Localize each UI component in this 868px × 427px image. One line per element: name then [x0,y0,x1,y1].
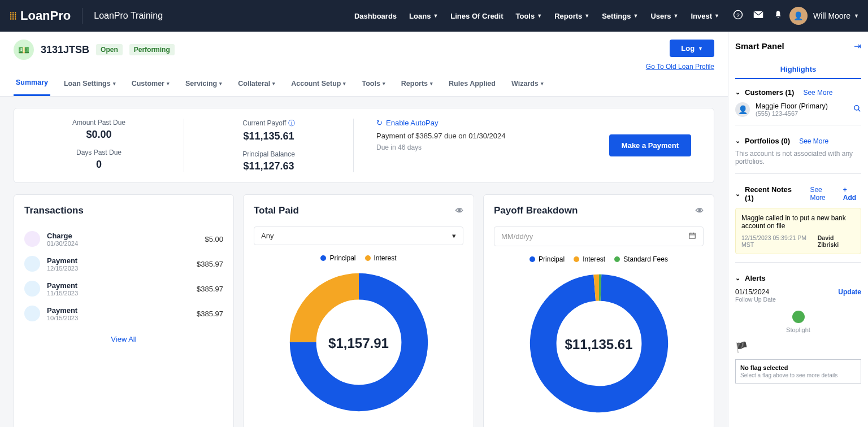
days-past-due-label: Days Past Due [37,149,161,156]
tab-servicing[interactable]: Servicing▾ [183,71,224,96]
make-payment-button[interactable]: Make a Payment [609,134,691,156]
tab-tools[interactable]: Tools▾ [359,71,387,96]
caret-down-icon: ▾ [383,81,385,86]
alert-sub: Follow Up Date [735,296,776,303]
log-button[interactable]: Log ▼ [670,40,714,57]
user-avatar[interactable]: 👤 [789,7,808,25]
nav-loans[interactable]: Loans▼ [409,12,438,20]
chevron-down-icon[interactable]: ⌄ [735,137,740,145]
caret-down-icon: ▾ [219,81,222,86]
chevron-down-icon[interactable]: ⌄ [735,274,740,282]
logo-text: LoanPro [20,8,71,23]
principal-balance-value: $11,127.63 [207,160,331,172]
payoff-donut: $11,135.61 [526,270,672,419]
total-paid-center-value: $1,157.91 [328,336,389,351]
info-icon[interactable]: ⓘ [288,119,295,127]
nav-lines-of-credit[interactable]: Lines Of Credit [450,12,503,20]
tab-summary[interactable]: Summary [14,71,50,96]
notes-see-more[interactable]: See More [810,186,838,202]
portfolios-see-more[interactable]: See More [799,137,828,145]
current-payoff-value: $11,135.61 [207,130,331,142]
txn-amount: $385.97 [197,310,223,318]
amount-past-due-label: Amount Past Due [37,119,161,127]
highlights-tab[interactable]: Highlights [735,60,861,78]
nav-reports[interactable]: Reports▼ [554,12,589,20]
nav-users[interactable]: Users▼ [650,12,678,20]
transaction-row[interactable]: Payment12/15/2023$385.97 [24,251,223,276]
txn-date: 10/15/2023 [47,315,190,321]
txn-amount: $5.00 [205,235,223,243]
total-paid-card: Total Paid 👁 Any ▾ PrincipalInterest [243,194,474,427]
enable-autopay-link[interactable]: ↻ Enable AutoPay [376,119,587,127]
expand-icon[interactable]: ⇥ [854,41,861,51]
txn-type: Payment [47,256,190,265]
payment-due-text: Payment of $385.97 due on 01/30/2024 [376,132,587,140]
nav-divider [82,8,83,24]
caret-down-icon: ▼ [584,13,589,19]
txn-date: 01/30/2024 [47,240,198,247]
bell-icon[interactable] [774,10,783,22]
txn-amount: $385.97 [197,285,223,293]
total-paid-filter[interactable]: Any ▾ [254,226,463,245]
legend-item: Standard Fees [614,255,668,263]
legend-dot-icon [320,255,326,261]
portfolios-heading: Portfolios (0) [745,137,790,145]
old-profile-link[interactable]: Go To Old Loan Profile [646,63,714,71]
tab-reports[interactable]: Reports▾ [399,71,435,96]
eye-icon[interactable]: 👁 [696,206,704,215]
txn-amount: $385.97 [197,260,223,268]
svg-point-12 [854,106,859,110]
transaction-row[interactable]: Payment11/15/2023$385.97 [24,276,223,301]
txn-date: 11/15/2023 [47,290,190,297]
tab-collateral[interactable]: Collateral▾ [236,71,277,96]
legend-item: Principal [530,255,565,263]
tab-customer[interactable]: Customer▾ [129,71,172,96]
stoplight-label: Stoplight [786,326,810,333]
username-menu[interactable]: Will Moore ▼ [813,11,859,20]
tab-account-setup[interactable]: Account Setup▾ [289,71,348,96]
days-past-due-value: 0 [37,159,161,171]
customer-phone: (555) 123-4567 [756,110,828,117]
tab-wizards[interactable]: Wizards▾ [509,71,546,96]
log-button-label: Log [681,44,695,53]
alerts-heading: Alerts [745,274,766,282]
due-in-text: Due in 46 days [376,143,587,151]
view-all-link[interactable]: View All [24,335,223,343]
loan-header: 💵 3131JTSB Open Performing Log ▼ Go To O… [0,32,728,71]
alert-update-link[interactable]: Update [838,288,861,303]
eye-icon[interactable]: 👁 [455,206,463,215]
nav-invest[interactable]: Invest▼ [691,12,719,20]
note-body: Maggie called in to put a new bank accou… [741,214,855,230]
payoff-date-input[interactable]: MM/dd/yy [494,226,704,246]
nav-tools[interactable]: Tools▼ [516,12,542,20]
mail-icon[interactable] [753,11,763,21]
stoplight-indicator[interactable] [792,311,805,323]
username-label: Will Moore [813,11,850,20]
customers-see-more[interactable]: See More [803,89,832,97]
chevron-down-icon[interactable]: ⌄ [735,190,740,198]
tab-rules-applied[interactable]: Rules Applied [446,71,498,96]
caret-down-icon: ▼ [537,13,542,19]
chevron-down-icon[interactable]: ⌄ [735,89,740,96]
transaction-row[interactable]: Charge01/30/2024$5.00 [24,226,223,251]
nav-settings[interactable]: Settings▼ [602,12,638,20]
notes-add-button[interactable]: + Add [843,186,861,202]
caret-down-icon: ▾ [113,81,116,86]
legend-item: Principal [320,254,355,262]
svg-text:?: ? [736,12,740,18]
logo[interactable]: ⁞⁞⁞ LoanPro [9,8,71,23]
flag-icon[interactable]: 🏴 [735,341,861,354]
legend-dot-icon [530,256,535,262]
customer-avatar-icon: 👤 [735,102,750,117]
nav-dashboards[interactable]: Dashboards [354,12,397,20]
amount-past-due-value: $0.00 [37,129,161,141]
search-icon[interactable] [853,104,861,115]
transaction-row[interactable]: Payment10/15/2023$385.97 [24,301,223,326]
tab-loan-settings[interactable]: Loan Settings▾ [62,71,118,96]
autopay-label: Enable AutoPay [386,119,439,127]
logo-dots-icon: ⁞⁞⁞ [9,9,16,23]
help-icon[interactable]: ? [733,10,743,22]
payoff-breakdown-card: Payoff Breakdown 👁 MM/dd/yy PrincipalInt… [483,194,714,427]
caret-down-icon: ▼ [854,13,859,19]
txn-type: Payment [47,281,190,290]
